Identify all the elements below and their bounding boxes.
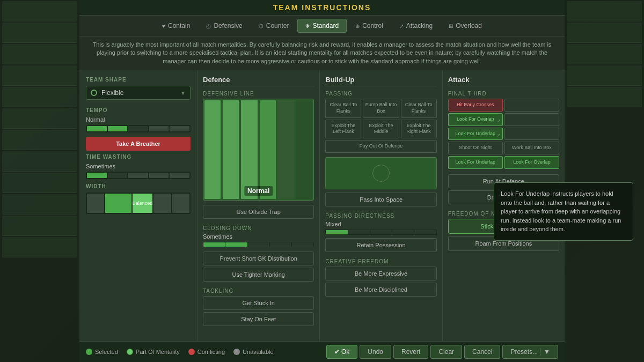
hit-early-crosses-cell[interactable]: Hit Early Crosses	[448, 99, 503, 112]
look-for-underlap-cell-2[interactable]: Look For Underlap	[448, 156, 503, 169]
get-stuck-in-button[interactable]: Get Stuck In	[203, 296, 314, 310]
closing-down-slider[interactable]	[203, 242, 314, 247]
roam-from-positions-button[interactable]: Roam From Positions	[448, 236, 559, 251]
shoot-on-sight-cell[interactable]: Shoot On Sight	[448, 142, 503, 154]
tempo-seg-3	[128, 126, 148, 131]
defence-title: Defence	[203, 76, 314, 86]
tempo-slider[interactable]	[86, 125, 191, 132]
passing-cell-clear-left[interactable]: Clear Ball ToFlanks	[325, 99, 361, 117]
passing-pitch-viz	[325, 157, 436, 189]
standard-icon: ❋	[305, 23, 310, 29]
tab-attacking-label: Attacking	[406, 22, 433, 29]
checkmark-icon: ✔	[334, 348, 340, 356]
tab-standard[interactable]: ❋ Standard	[297, 19, 347, 33]
tab-contain[interactable]: ♥ Contain	[155, 19, 197, 32]
tempo-seg-5	[170, 126, 189, 131]
freedom-of-movement-label: FREEDOM OF MOVEMENT	[448, 211, 559, 217]
passing-cell-clear-right[interactable]: Clear Ball ToFlanks	[401, 99, 437, 117]
cancel-button[interactable]: Cancel	[464, 345, 500, 359]
mentality-description: This is arguably the most important of a…	[79, 36, 565, 70]
mentality-label: Part Of Mentality	[136, 349, 180, 355]
mentality-dot-icon	[127, 349, 133, 355]
look-for-overlap-cell[interactable]: Look For Overlap	[448, 113, 503, 126]
width-label: WIDTH	[86, 183, 191, 189]
right-sidebar-item-5	[567, 87, 642, 107]
dribble-less-button[interactable]: Dribble Less	[448, 190, 559, 204]
conflicting-label: Conflicting	[197, 349, 225, 355]
selected-dot-icon	[86, 349, 92, 355]
time-wasting-slider[interactable]	[86, 172, 191, 179]
sidebar-item-12	[2, 237, 77, 257]
main-panel: TEAM INSTRUCTIONS ♥ Contain ◎ Defensive …	[79, 0, 565, 362]
passing-cell-exploit-mid[interactable]: Exploit TheMiddle	[363, 120, 399, 138]
width-slider[interactable]: Balanced	[86, 193, 191, 214]
sidebar-item-5	[2, 87, 77, 107]
run-at-defence-button[interactable]: Run At Defence	[448, 174, 559, 188]
def-bar-6	[296, 100, 312, 199]
defensive-line-label: DEFENSIVE LINE	[203, 91, 314, 97]
status-bar-buttons: ✔ Ok Undo Revert Clear Cancel Presets...…	[326, 345, 558, 359]
tempo-label: TEMPO	[86, 107, 191, 113]
overload-icon: ⊞	[449, 23, 453, 29]
defensive-line-viz: Normal	[203, 99, 314, 201]
passing-directness-slider[interactable]	[325, 230, 436, 235]
defence-column: Defence DEFENSIVE LINE Normal Use Offsid…	[197, 70, 320, 341]
presets-label: Presets...	[510, 348, 538, 356]
creative-freedom-label: CREATIVE FREEDOM	[325, 258, 436, 264]
tab-control[interactable]: ⊕ Control	[348, 19, 391, 32]
use-tighter-marking-button[interactable]: Use Tighter Marking	[203, 268, 314, 282]
clear-button[interactable]: Clear	[430, 345, 462, 359]
right-sidebar-item-3	[567, 44, 642, 64]
tempo-seg-4	[149, 126, 169, 131]
undo-button[interactable]: Undo	[360, 345, 391, 359]
passing-cell-exploit-right[interactable]: Exploit TheRight Flank	[401, 120, 437, 138]
look-for-underlap-cell-1[interactable]: Look For Underlap	[448, 128, 503, 141]
width-seg-2	[105, 194, 131, 213]
tab-overload[interactable]: ⊞ Overload	[441, 19, 489, 32]
use-offside-trap-button[interactable]: Use Offside Trap	[203, 205, 314, 219]
stick-to-positions-button[interactable]: Stick To Positions	[448, 219, 559, 234]
content-area: TEAM SHAPE Flexible ▼ TEMPO Normal Take …	[79, 70, 565, 341]
tw-seg-5	[170, 173, 189, 178]
take-breather-button[interactable]: Take A Breather	[86, 137, 191, 151]
be-more-disciplined-button[interactable]: Be More Disciplined	[325, 283, 436, 297]
pd-seg-1	[326, 230, 347, 234]
pass-into-space-button[interactable]: Pass Into Space	[325, 193, 436, 206]
pd-seg-4	[392, 230, 414, 234]
look-for-overlap-cell-2[interactable]: Look For Overlap	[504, 156, 559, 169]
sidebar-item-7	[2, 130, 77, 150]
ok-button[interactable]: ✔ Ok	[326, 345, 358, 359]
tw-seg-2	[108, 173, 128, 178]
tab-defensive[interactable]: ◎ Defensive	[199, 19, 250, 32]
stay-on-feet-button[interactable]: Stay On Feet	[203, 312, 314, 326]
presets-button[interactable]: Presets... ▼	[502, 345, 558, 359]
ok-label: Ok	[341, 348, 349, 356]
passing-cell-pay-out[interactable]: Pay Out Of Defence	[325, 140, 436, 153]
sidebar-item-1	[2, 1, 77, 21]
buildup-title: Build-Up	[325, 76, 436, 86]
counter-icon: ⬡	[259, 23, 264, 29]
tab-attacking[interactable]: ⤢ Attacking	[392, 19, 440, 32]
team-shape-dropdown[interactable]: Flexible ▼	[86, 86, 191, 100]
legend-selected: Selected	[86, 349, 118, 355]
tempo-seg-1	[87, 126, 107, 131]
tab-counter[interactable]: ⬡ Counter	[251, 19, 297, 32]
empty-cell-2	[504, 113, 559, 126]
work-ball-cell[interactable]: Work Ball Into Box	[504, 142, 559, 154]
width-value-label: Balanced	[133, 201, 153, 206]
passing-cell-pump[interactable]: Pump Ball Into Box	[363, 99, 399, 117]
tw-seg-1	[87, 173, 107, 178]
revert-button[interactable]: Revert	[393, 345, 428, 359]
presets-arrow-icon: ▼	[540, 348, 550, 356]
passing-label: PASSING	[325, 91, 436, 97]
team-shape-circle-icon	[91, 90, 97, 96]
passing-cell-exploit-left[interactable]: Exploit TheLeft Flank	[325, 120, 361, 138]
selected-label: Selected	[95, 349, 118, 355]
be-more-expressive-button[interactable]: Be More Expressive	[325, 267, 436, 280]
prevent-short-gk-button[interactable]: Prevent Short GK Distribution	[203, 252, 314, 265]
status-bar: Selected Part Of Mentality Conflicting U…	[79, 341, 565, 362]
unavailable-dot-icon	[233, 349, 240, 355]
tab-overload-label: Overload	[456, 22, 482, 29]
final-third-label: FINAL THIRD	[448, 91, 559, 97]
retain-possession-button[interactable]: Retain Possession	[325, 238, 436, 252]
